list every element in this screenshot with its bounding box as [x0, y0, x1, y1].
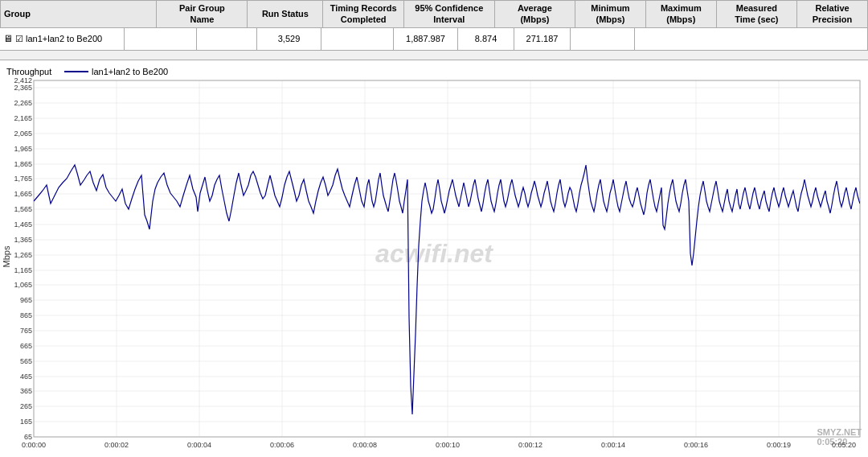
svg-text:1,365: 1,365 — [14, 236, 32, 244]
col-run-status: Run Status — [248, 1, 323, 28]
col-pair-group-name: Pair GroupName — [157, 1, 248, 28]
group-cell: 🖥 ☑ lan1+lan2 to Be200 — [0, 28, 125, 50]
svg-text:1,765: 1,765 — [14, 175, 32, 183]
vertical-grid — [34, 80, 860, 437]
data-row: 🖥 ☑ lan1+lan2 to Be200 3,529 1,887.987 8… — [0, 28, 868, 51]
throughput-line — [34, 165, 860, 414]
average-cell: 1,887.987 — [394, 28, 458, 50]
svg-text:0:00:19: 0:00:19 — [767, 441, 791, 449]
svg-text:0:00:10: 0:00:10 — [436, 441, 460, 449]
svg-text:2,065: 2,065 — [14, 130, 32, 138]
col-measured-time: MeasuredTime (sec) — [716, 1, 796, 28]
svg-text:265: 265 — [20, 402, 32, 410]
checkbox-icon[interactable]: ☑ — [15, 34, 23, 44]
x-axis-labels: 0:00:00 0:00:02 0:00:04 0:00:06 0:00:08 … — [22, 441, 791, 449]
svg-text:2,265: 2,265 — [14, 99, 32, 107]
svg-text:1,265: 1,265 — [14, 251, 32, 259]
last-time-label: 0:05:20 — [832, 441, 856, 449]
svg-text:2,165: 2,165 — [14, 114, 32, 122]
col-confidence: 95% ConfidenceInterval — [403, 1, 494, 28]
svg-text:165: 165 — [20, 418, 32, 426]
svg-text:0:00:16: 0:00:16 — [684, 441, 708, 449]
monitor-icon: 🖥 — [3, 33, 13, 44]
svg-text:1,065: 1,065 — [14, 281, 32, 289]
svg-text:1,565: 1,565 — [14, 205, 32, 213]
svg-text:1,865: 1,865 — [14, 160, 32, 168]
svg-text:0:00:00: 0:00:00 — [22, 441, 46, 449]
svg-rect-73 — [34, 80, 860, 437]
svg-text:1,465: 1,465 — [14, 220, 32, 228]
col-minimum: Minimum(Mbps) — [575, 1, 646, 28]
svg-text:365: 365 — [20, 387, 32, 395]
chart-svg: Mbps — [0, 60, 868, 453]
relative-precision-cell — [635, 28, 868, 50]
col-relative-precision: RelativePrecision — [797, 1, 868, 28]
header-table: Group Pair GroupName Run Status Timing R… — [0, 0, 868, 28]
svg-text:0:00:04: 0:00:04 — [187, 441, 211, 449]
svg-text:0:00:02: 0:00:02 — [104, 441, 129, 449]
svg-text:1,665: 1,665 — [14, 190, 32, 198]
svg-text:765: 765 — [20, 327, 32, 335]
maximum-cell: 271.187 — [514, 28, 571, 50]
svg-text:Mbps: Mbps — [2, 245, 11, 267]
svg-text:65: 65 — [24, 433, 32, 441]
svg-text:2,412: 2,412 — [14, 76, 32, 84]
svg-text:2,365: 2,365 — [14, 84, 32, 92]
svg-text:565: 565 — [20, 357, 32, 365]
pair-group-cell — [125, 28, 197, 50]
svg-text:1,165: 1,165 — [14, 266, 32, 274]
svg-text:865: 865 — [20, 311, 32, 319]
y-axis-labels: 65 165 265 365 465 565 665 765 865 965 1… — [14, 76, 32, 441]
chart-container: Throughput lan1+lan2 to Be200 acwifi.net… — [0, 60, 868, 453]
col-average: Average(Mbps) — [494, 1, 575, 28]
col-timing-records: Timing RecordsCompleted — [323, 1, 403, 28]
svg-text:0:00:06: 0:00:06 — [270, 441, 294, 449]
svg-text:1,965: 1,965 — [14, 145, 32, 153]
run-status-cell — [197, 28, 257, 50]
col-group: Group — [1, 1, 157, 28]
svg-text:965: 965 — [20, 296, 32, 304]
svg-text:0:00:12: 0:00:12 — [518, 441, 542, 449]
grid-lines — [34, 80, 860, 437]
svg-rect-1 — [34, 80, 860, 437]
svg-text:465: 465 — [20, 373, 32, 381]
group-label: lan1+lan2 to Be200 — [26, 34, 102, 43]
svg-text:0:00:08: 0:00:08 — [353, 441, 377, 449]
col-maximum: Maximum(Mbps) — [645, 1, 716, 28]
scrollbar[interactable] — [0, 51, 868, 60]
confidence-cell — [321, 28, 394, 50]
measured-time-cell — [571, 28, 635, 50]
svg-text:665: 665 — [20, 342, 32, 350]
svg-text:0:00:14: 0:00:14 — [601, 441, 625, 449]
timing-records-cell: 3,529 — [257, 28, 321, 50]
minimum-cell: 8.874 — [458, 28, 514, 50]
